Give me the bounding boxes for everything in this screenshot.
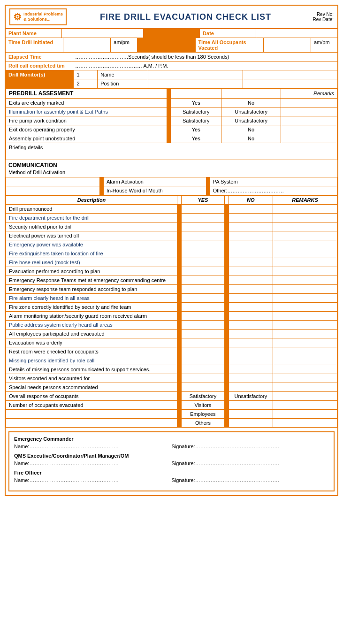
time-drill-value[interactable]	[63, 38, 111, 52]
row-14-remarks[interactable]	[273, 330, 337, 338]
row-10-no[interactable]	[229, 294, 273, 303]
row-1-yes[interactable]	[182, 214, 224, 222]
row-12-no[interactable]	[229, 312, 273, 321]
predrill-orange-sep-0	[167, 99, 171, 107]
row-17-remarks[interactable]	[273, 356, 337, 365]
row-5-yes[interactable]	[182, 249, 224, 258]
row-5-no[interactable]	[229, 249, 273, 258]
row-15-yes[interactable]	[182, 338, 224, 347]
row-19-sep2	[224, 374, 229, 383]
row-20-no[interactable]	[229, 383, 273, 392]
row-8-remarks[interactable]	[273, 276, 337, 285]
row-15-no[interactable]	[229, 338, 273, 347]
monitor2-extra[interactable]	[243, 79, 337, 88]
row-16-yes[interactable]	[182, 347, 224, 356]
row-7-no[interactable]	[229, 267, 273, 276]
row-19-no[interactable]	[229, 374, 273, 383]
monitor1-extra[interactable]	[243, 70, 337, 79]
row-18-yes[interactable]	[182, 365, 224, 374]
predrill-remarks-4[interactable]	[281, 134, 337, 143]
occ-remarks[interactable]	[273, 401, 337, 410]
row-3-no[interactable]	[229, 231, 273, 240]
row-2-no[interactable]	[229, 222, 273, 231]
row-14-yes[interactable]	[182, 330, 224, 338]
row-6-yes[interactable]	[182, 258, 224, 267]
row-13-yes[interactable]	[182, 321, 224, 330]
occupants-employees-row: Employees	[6, 410, 337, 419]
checklist-row-13: Public address system clearly heard all …	[6, 321, 337, 330]
row-0-yes[interactable]	[182, 205, 224, 214]
predrill-orange-1	[167, 89, 171, 99]
others-value[interactable]	[229, 419, 273, 428]
row-11-yes[interactable]	[182, 303, 224, 312]
row-12-sep	[177, 312, 182, 321]
occupants-others-row: Others	[6, 419, 337, 428]
row-3-yes[interactable]	[182, 231, 224, 240]
row-14-no[interactable]	[229, 330, 273, 338]
row-17-no[interactable]	[229, 356, 273, 365]
row-13-remarks[interactable]	[273, 321, 337, 330]
row-4-no[interactable]	[229, 240, 273, 249]
monitor1-name-value[interactable]	[148, 70, 243, 79]
row-18-no[interactable]	[229, 365, 273, 374]
row-9-yes[interactable]	[182, 285, 224, 294]
row-10-yes[interactable]	[182, 294, 224, 303]
row-17-sep	[177, 356, 182, 365]
row-16-no[interactable]	[229, 347, 273, 356]
predrill-remarks-0[interactable]	[281, 99, 337, 107]
row-10-sep2	[224, 294, 229, 303]
row-5-remarks[interactable]	[273, 249, 337, 258]
row-5-sep	[177, 249, 182, 258]
row-11-no[interactable]	[229, 303, 273, 312]
row-3-remarks[interactable]	[273, 231, 337, 240]
oth-remarks[interactable]	[273, 419, 337, 428]
row-6-no[interactable]	[229, 258, 273, 267]
employees-value[interactable]	[229, 410, 273, 419]
overall-remarks[interactable]	[273, 392, 337, 401]
row-7-yes[interactable]	[182, 267, 224, 276]
row-1-no[interactable]	[229, 214, 273, 222]
emp-remarks[interactable]	[273, 410, 337, 419]
date-value[interactable]	[256, 29, 337, 38]
row-12-remarks[interactable]	[273, 312, 337, 321]
row-20-remarks[interactable]	[273, 383, 337, 392]
row-8-no[interactable]	[229, 276, 273, 285]
row-12-yes[interactable]	[182, 312, 224, 321]
row-2-yes[interactable]	[182, 222, 224, 231]
checklist-row-16: Rest room were checked for occupants	[6, 347, 337, 356]
row-12-label: Alarm monitoring station/security guard …	[6, 312, 177, 321]
row-19-remarks[interactable]	[273, 374, 337, 383]
row-0-no[interactable]	[229, 205, 273, 214]
row-10-remarks[interactable]	[273, 294, 337, 303]
row-1-remarks[interactable]	[273, 214, 337, 222]
predrill-orange-sep-1	[167, 107, 171, 116]
row-4-yes[interactable]	[182, 240, 224, 249]
row-19-yes[interactable]	[182, 374, 224, 383]
row-9-remarks[interactable]	[273, 285, 337, 294]
row-18-remarks[interactable]	[273, 365, 337, 374]
row-11-remarks[interactable]	[273, 303, 337, 312]
monitor2-pos-value[interactable]	[148, 79, 243, 88]
row-8-yes[interactable]	[182, 276, 224, 285]
row-13-no[interactable]	[229, 321, 273, 330]
predrill-remarks-1[interactable]	[281, 107, 337, 116]
predrill-remarks-2[interactable]	[281, 116, 337, 125]
predrill-col2-header	[171, 89, 221, 99]
predrill-remarks-3[interactable]	[281, 125, 337, 134]
row-17-yes[interactable]	[182, 356, 224, 365]
visitors-value[interactable]	[229, 401, 273, 410]
row-0-remarks[interactable]	[273, 205, 337, 214]
row-4-remarks[interactable]	[273, 240, 337, 249]
plant-name-value[interactable]	[62, 29, 144, 38]
row-7-remarks[interactable]	[273, 267, 337, 276]
row-2-remarks[interactable]	[273, 222, 337, 231]
row-9-no[interactable]	[229, 285, 273, 294]
row-6-remarks[interactable]	[273, 258, 337, 267]
row-16-remarks[interactable]	[273, 347, 337, 356]
row-4-sep2	[224, 240, 229, 249]
row-20-yes[interactable]	[182, 383, 224, 392]
predrill-header-row: PREDRILL ASSESMENT Remarks	[6, 89, 337, 99]
row-15-remarks[interactable]	[273, 338, 337, 347]
checklist-row-7: Evacuation performed according to plan	[6, 267, 337, 276]
time-all-value[interactable]	[264, 38, 311, 52]
